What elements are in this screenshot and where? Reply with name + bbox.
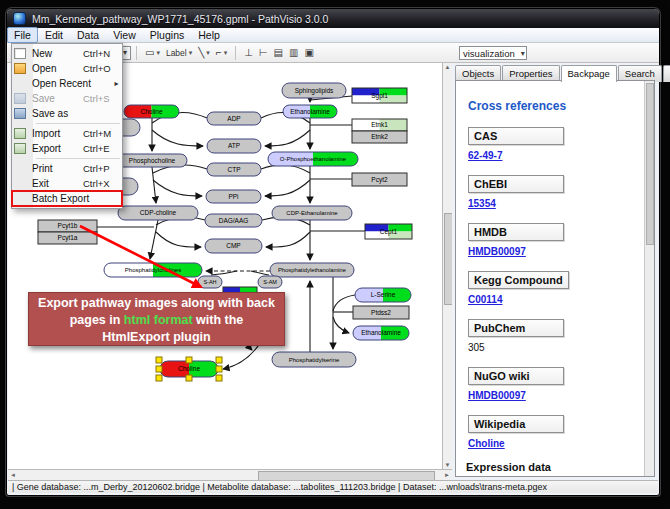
selection-handle[interactable] [156, 357, 162, 363]
selection-handle[interactable] [156, 366, 162, 372]
pathway-node-pcyt1a[interactable]: Pcyt1a [38, 232, 97, 244]
backpage-link[interactable]: C00114 [468, 294, 654, 305]
datanode-tool-button[interactable]: ▭▾ [142, 45, 163, 61]
pathway-edge[interactable] [333, 295, 355, 311]
pathway-node-choline-top[interactable]: Choline [124, 105, 179, 118]
backpage-link[interactable]: HMDB00097 [468, 246, 654, 257]
pathway-node-s-ah[interactable]: S-AH [198, 276, 222, 288]
visualization-combobox[interactable]: visualization ▾ [459, 46, 527, 60]
label-tool-button[interactable]: Label▾ [163, 45, 195, 61]
pathway-edge[interactable] [265, 130, 310, 146]
pathway-node-label: CMP [226, 242, 240, 249]
distribute-vertical-button[interactable]: ▤ [271, 45, 286, 61]
pathway-node-ctp[interactable]: CTP [207, 163, 261, 176]
titlebar[interactable]: Mm_Kennedy_pathway_WP1771_45176.gpml - P… [7, 9, 659, 28]
selection-handle[interactable] [216, 366, 222, 372]
selection-handle[interactable] [156, 375, 162, 381]
pathway-node-pcyt2[interactable]: Pcyt2 [352, 173, 407, 186]
pathway-node-pcyt1b[interactable]: Pcyt1b [38, 220, 97, 232]
file-menu-item-save: SaveCtrl+S [12, 91, 122, 106]
backpage-link[interactable]: Choline [468, 438, 654, 449]
pathway-edge[interactable] [265, 180, 310, 196]
pathway-edge[interactable] [152, 130, 203, 146]
file-menu-item-exit[interactable]: ExitCtrl+X [12, 176, 122, 191]
pathway-node-etnk2[interactable]: Etnk2 [352, 131, 407, 143]
pathway-node-phosphocholine[interactable]: Phosphocholine [117, 154, 187, 167]
pathway-edge[interactable] [211, 271, 237, 275]
pathway-node-phosphatidylethanolamine[interactable]: Phosphatidylethanolamine [270, 263, 354, 277]
pathway-edge[interactable] [150, 220, 158, 259]
callout-line2-pre: pages in [70, 313, 124, 327]
selection-handle[interactable] [186, 357, 192, 363]
align-center-y-button[interactable]: ⊢ [256, 45, 271, 61]
pathway-node-label: Sphingolipids [295, 87, 334, 95]
pathway-node-label: Pcyt1b [58, 222, 78, 230]
pathway-node-etnk1[interactable]: Etnk1 [352, 119, 407, 131]
pathway-node-adp[interactable]: ADP [207, 112, 261, 125]
pathway-node-l-serine[interactable]: L-Serine [355, 288, 411, 302]
pathway-node-ppi[interactable]: PPi [206, 190, 261, 203]
pathway-edge[interactable] [266, 232, 310, 247]
file-menu-item-save-as[interactable]: Save as [12, 106, 122, 121]
line-tool-button[interactable]: ╲▾ [195, 45, 213, 61]
align-center-x-button[interactable]: ⊥ [241, 45, 256, 61]
pathway-node-ptdss2[interactable]: Ptdss2 [353, 306, 409, 319]
pathway-node-phosphatidylcholines[interactable]: Phosphatidylcholines [104, 263, 202, 277]
pathway-node-cept1[interactable]: Cept1 [365, 224, 412, 239]
file-menu-item-new[interactable]: NewCtrl+N [12, 46, 122, 61]
scroll-down-icon[interactable]: ▼ [443, 462, 452, 468]
panel-scroll-thumb[interactable] [646, 83, 654, 245]
backpage-link[interactable]: 15354 [468, 198, 654, 209]
stack-button[interactable]: ▣ [301, 45, 316, 61]
tab-backpage[interactable]: Backpage [561, 65, 617, 82]
selection-handle[interactable] [216, 357, 222, 363]
canvas-horizontal-scrollbar[interactable]: ◄ ► [8, 469, 452, 480]
pathway-edge[interactable] [156, 232, 201, 247]
menu-view[interactable]: View [106, 28, 143, 42]
backpage-link[interactable]: HMDB00097 [468, 390, 654, 401]
pathway-node-choline-bottom[interactable]: Choline [156, 357, 222, 381]
pathway-node-s-am[interactable]: S-AM [258, 276, 282, 288]
scroll-left-icon[interactable]: ◄ [10, 470, 16, 480]
drawing-tools-group: ▭▾Label▾╲▾⌐▾ [142, 45, 230, 61]
menu-file[interactable]: File [7, 27, 38, 43]
file-menu-item-print[interactable]: PrintCtrl+P [12, 161, 122, 176]
none-icon [14, 193, 26, 204]
pathway-node-cdp-choline[interactable]: CDP-choline [118, 206, 198, 220]
pathway-node-dag[interactable]: DAG/AAG [205, 214, 262, 227]
pathway-node-ethanolamine-bottom[interactable]: Ethanolamine [353, 326, 409, 340]
menu-edit[interactable]: Edit [38, 28, 70, 42]
file-menu-item-import[interactable]: ImportCtrl+M [12, 126, 122, 141]
menu-data[interactable]: Data [70, 28, 106, 42]
pathway-node-sphingolipids[interactable]: Sphingolipids [282, 83, 346, 98]
pathway-node-ethanolamine-top[interactable]: Ethanolamine [283, 105, 337, 118]
connector-tool-button[interactable]: ⌐▾ [213, 45, 230, 61]
pathway-edge[interactable] [333, 317, 349, 333]
scroll-right-icon[interactable]: ► [444, 470, 450, 480]
visualization-value: visualization [463, 48, 515, 59]
panel-scrollbar[interactable] [644, 81, 654, 476]
pathway-node-label: Ptdss2 [371, 309, 391, 316]
selection-handle[interactable] [186, 375, 192, 381]
pathway-node-phosphatidylserine[interactable]: Phosphatidylserine [272, 352, 356, 367]
pathway-node-o-phosphoethanolamine[interactable]: O-Phosphoethanolamine [268, 152, 358, 166]
scroll-up-icon[interactable]: ▲ [443, 64, 452, 70]
canvas-vertical-scrollbar[interactable]: ▲ ▼ [442, 63, 452, 469]
menu-help[interactable]: Help [191, 28, 227, 42]
pathway-node-cmp[interactable]: CMP [205, 239, 262, 253]
menu-plugins[interactable]: Plugins [143, 28, 191, 42]
distribute-horizontal-button[interactable]: ▥ [286, 45, 301, 61]
backpage-link[interactable]: 62-49-7 [468, 150, 654, 161]
pathway-node-cdp-ethanolamine[interactable]: CDP-Ethanolamine [272, 206, 352, 220]
tab-legend[interactable]: Legend [663, 65, 670, 82]
pathway-edge[interactable] [153, 180, 202, 196]
pathway-node-sgpl1[interactable]: Sgpl1 [352, 88, 407, 103]
pathway-edge[interactable] [251, 271, 269, 275]
file-menu-item-export[interactable]: ExportCtrl+E [12, 141, 122, 156]
file-menu-item-open-recent[interactable]: Open Recent▸ [12, 76, 122, 91]
desktop-background: Mm_Kennedy_pathway_WP1771_45176.gpml - P… [0, 0, 670, 509]
selection-handle[interactable] [216, 375, 222, 381]
pathway-node-atp[interactable]: ATP [207, 139, 261, 153]
file-menu-item-open[interactable]: OpenCtrl+O [12, 61, 122, 76]
file-menu-item-batch-export[interactable]: Batch Export [12, 191, 122, 206]
